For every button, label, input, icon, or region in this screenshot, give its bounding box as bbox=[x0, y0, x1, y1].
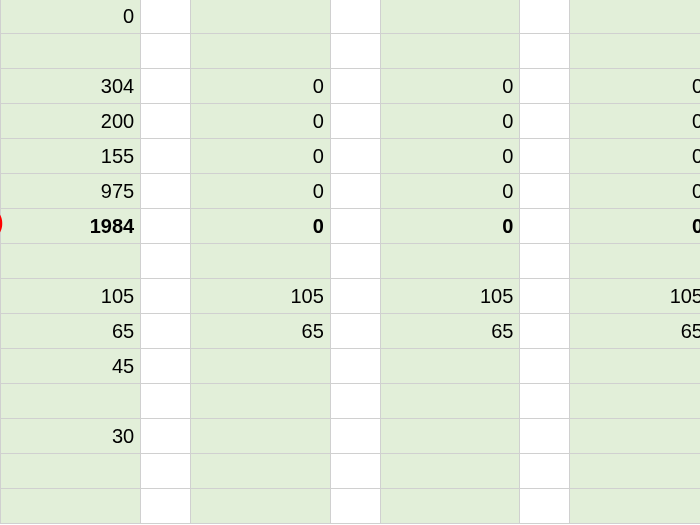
cell[interactable] bbox=[330, 384, 380, 419]
cell[interactable] bbox=[141, 489, 191, 524]
cell[interactable] bbox=[141, 174, 191, 209]
cell[interactable]: 0 bbox=[380, 69, 520, 104]
cell[interactable] bbox=[190, 349, 330, 384]
cell[interactable]: 65 bbox=[190, 314, 330, 349]
cell[interactable]: 45 bbox=[1, 349, 141, 384]
cell[interactable]: 0 bbox=[380, 209, 520, 244]
cell[interactable]: 0 bbox=[380, 104, 520, 139]
cell[interactable]: 0 bbox=[190, 174, 330, 209]
cell[interactable] bbox=[380, 419, 520, 454]
cell[interactable] bbox=[570, 419, 700, 454]
cell[interactable] bbox=[190, 419, 330, 454]
cell[interactable] bbox=[570, 384, 700, 419]
cell[interactable]: 105 bbox=[1, 279, 141, 314]
cell[interactable]: 0 bbox=[190, 139, 330, 174]
cell[interactable] bbox=[570, 454, 700, 489]
cell[interactable] bbox=[380, 0, 520, 34]
cell[interactable] bbox=[330, 209, 380, 244]
cell[interactable] bbox=[520, 454, 570, 489]
cell[interactable]: 200 bbox=[1, 104, 141, 139]
cell[interactable]: 155 bbox=[1, 139, 141, 174]
cell[interactable]: 105 bbox=[380, 279, 520, 314]
cell[interactable] bbox=[380, 34, 520, 69]
cell[interactable] bbox=[330, 69, 380, 104]
cell[interactable] bbox=[570, 244, 700, 279]
cell[interactable] bbox=[520, 349, 570, 384]
cell[interactable] bbox=[141, 419, 191, 454]
cell[interactable]: 975 bbox=[1, 174, 141, 209]
cell[interactable] bbox=[141, 69, 191, 104]
cell[interactable] bbox=[330, 104, 380, 139]
cell[interactable] bbox=[380, 244, 520, 279]
cell[interactable] bbox=[330, 0, 380, 34]
cell[interactable] bbox=[520, 279, 570, 314]
cell[interactable]: 0 bbox=[190, 209, 330, 244]
cell[interactable] bbox=[1, 244, 141, 279]
cell[interactable]: 1984 bbox=[1, 209, 141, 244]
cell[interactable] bbox=[330, 279, 380, 314]
cell[interactable] bbox=[570, 489, 700, 524]
cell[interactable] bbox=[330, 34, 380, 69]
cell[interactable] bbox=[190, 454, 330, 489]
cell[interactable]: 0 bbox=[570, 104, 700, 139]
cell[interactable] bbox=[141, 104, 191, 139]
cell[interactable] bbox=[190, 34, 330, 69]
cell[interactable] bbox=[520, 69, 570, 104]
cell[interactable] bbox=[380, 384, 520, 419]
cell[interactable] bbox=[1, 454, 141, 489]
cell[interactable]: 105 bbox=[190, 279, 330, 314]
cell[interactable]: 30 bbox=[1, 419, 141, 454]
cell[interactable] bbox=[520, 174, 570, 209]
cell[interactable] bbox=[520, 104, 570, 139]
cell[interactable] bbox=[141, 139, 191, 174]
cell[interactable] bbox=[141, 314, 191, 349]
cell[interactable] bbox=[520, 139, 570, 174]
cell[interactable] bbox=[141, 209, 191, 244]
cell[interactable] bbox=[141, 384, 191, 419]
cell[interactable] bbox=[520, 384, 570, 419]
cell[interactable] bbox=[520, 34, 570, 69]
cell[interactable] bbox=[380, 349, 520, 384]
cell[interactable] bbox=[141, 0, 191, 34]
cell[interactable] bbox=[330, 244, 380, 279]
cell[interactable] bbox=[141, 454, 191, 489]
cell[interactable] bbox=[520, 209, 570, 244]
cell[interactable] bbox=[380, 489, 520, 524]
cell[interactable] bbox=[190, 244, 330, 279]
cell[interactable]: 304 bbox=[1, 69, 141, 104]
cell[interactable] bbox=[520, 0, 570, 34]
cell[interactable]: 0 bbox=[190, 69, 330, 104]
cell[interactable] bbox=[190, 384, 330, 419]
cell[interactable] bbox=[520, 419, 570, 454]
cell[interactable]: 0 bbox=[570, 174, 700, 209]
cell[interactable] bbox=[1, 384, 141, 419]
cell[interactable] bbox=[570, 349, 700, 384]
cell[interactable] bbox=[330, 489, 380, 524]
cell[interactable]: 0 bbox=[570, 209, 700, 244]
cell[interactable] bbox=[330, 419, 380, 454]
cell[interactable]: 65 bbox=[380, 314, 520, 349]
cell[interactable]: 0 bbox=[190, 104, 330, 139]
cell[interactable]: 105 bbox=[570, 279, 700, 314]
cell[interactable]: 0 bbox=[380, 139, 520, 174]
cell[interactable] bbox=[330, 349, 380, 384]
cell[interactable] bbox=[570, 34, 700, 69]
cell[interactable]: 65 bbox=[1, 314, 141, 349]
cell[interactable] bbox=[330, 314, 380, 349]
cell[interactable] bbox=[570, 0, 700, 34]
cell[interactable] bbox=[330, 454, 380, 489]
cell[interactable] bbox=[1, 34, 141, 69]
cell[interactable] bbox=[520, 244, 570, 279]
cell[interactable]: 0 bbox=[380, 174, 520, 209]
cell[interactable]: 0 bbox=[570, 139, 700, 174]
cell[interactable] bbox=[141, 244, 191, 279]
cell[interactable] bbox=[141, 349, 191, 384]
cell[interactable]: 0 bbox=[1, 0, 141, 34]
cell[interactable] bbox=[190, 489, 330, 524]
cell[interactable] bbox=[141, 34, 191, 69]
cell[interactable] bbox=[141, 279, 191, 314]
cell[interactable] bbox=[330, 174, 380, 209]
cell[interactable]: 0 bbox=[570, 69, 700, 104]
cell[interactable] bbox=[520, 489, 570, 524]
cell[interactable] bbox=[1, 489, 141, 524]
